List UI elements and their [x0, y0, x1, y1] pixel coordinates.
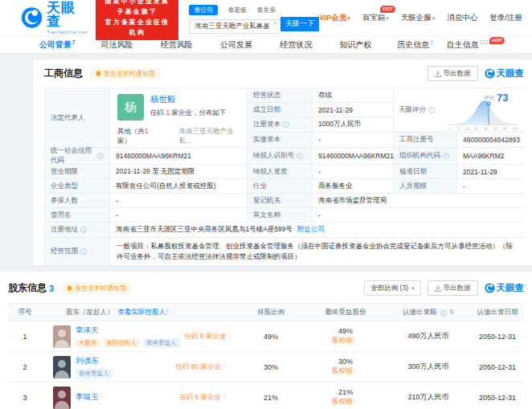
shareholders-count: 3	[49, 284, 54, 293]
shareholder-name-link[interactable]: 刘强东	[76, 356, 113, 366]
chevron-right-icon: 〉	[353, 366, 360, 374]
positions-link[interactable]: 任职 80 家企业 〉	[175, 362, 236, 372]
svg-text:0: 0	[448, 127, 451, 131]
top-header: 天眼查 TianYanCha.com 国家中小企业发展子基金旗下 官方备案企业征…	[0, 0, 532, 35]
chevron-right-icon: 〉	[223, 393, 231, 401]
menu-toolbox[interactable]: 百宝箱▾ HOT	[362, 13, 389, 23]
nearby-companies-link[interactable]: 附近公司	[297, 225, 325, 235]
tianyancha-watermark: 天眼查	[485, 282, 525, 294]
export-data-button[interactable]: 导出数据	[428, 66, 478, 81]
equity-chain-link[interactable]: 股权链〉	[332, 336, 359, 346]
col-ratio: 持股比例	[236, 308, 305, 317]
notify-change-badge[interactable]: 发生变更时通知我	[62, 282, 131, 294]
tianyancha-logo[interactable]: 天眼查 TianYanCha.com	[21, 1, 88, 35]
positions-link[interactable]: 任职 6 家企业 〉	[179, 393, 236, 403]
shareholder-photo	[53, 356, 71, 378]
tab-intellectual-property[interactable]: 知识产权	[325, 36, 385, 53]
shareholder-name-link[interactable]: 章泽天	[76, 325, 180, 336]
view-controller-link[interactable]: 查看实际控股人〉	[118, 308, 173, 317]
tab-company-background[interactable]: 公司背景7	[27, 36, 87, 53]
date-value: 2050-12-31	[471, 333, 524, 341]
benefit-value: 49%	[338, 327, 353, 335]
person-silhouette-icon	[53, 325, 71, 348]
tab-operation-risk[interactable]: 经营风险	[147, 36, 207, 53]
chevron-down-icon: ▾	[347, 15, 350, 21]
tab-company-development[interactable]: 公司发展	[207, 36, 266, 53]
export-data-button[interactable]: 导出数据	[428, 280, 478, 296]
menu-login-register[interactable]: 登录/注册	[489, 13, 522, 23]
sort-icon[interactable]: ⇅	[448, 309, 454, 316]
chevron-right-icon: 〉	[228, 332, 235, 340]
info-icon[interactable]	[443, 153, 449, 159]
tianyancha-eye-icon	[21, 6, 43, 29]
row-index: 3	[8, 394, 42, 402]
ratio-filter-select[interactable]: 全部比例 (3)▾	[364, 280, 420, 296]
field-value-company-type: 有限责任公司(自然人投资或控股)	[110, 179, 247, 193]
bell-icon	[67, 285, 72, 292]
table-row: 3 李瑞玉 任职 6 家企业 〉 21% 21% 股权链〉 210万人民币 20…	[8, 382, 524, 409]
positions-link[interactable]: 任职 9 家企业 〉	[185, 332, 242, 342]
field-label-business-term: 营业期限	[45, 165, 109, 178]
info-icon[interactable]	[80, 227, 87, 233]
menu-enterprise-service[interactable]: 天眼企服▾	[401, 13, 436, 23]
field-label-legal-rep: 法定代表人	[45, 88, 109, 147]
menu-message-center[interactable]: 消息中心	[447, 13, 477, 23]
field-value-staff-size: -	[457, 179, 526, 193]
info-icon[interactable]	[97, 153, 104, 159]
field-label-est-date: 成立日期	[248, 103, 312, 117]
field-label-industry: 行业	[248, 179, 312, 193]
search-input[interactable]	[189, 19, 280, 34]
field-value-status: 存续	[313, 88, 393, 102]
hot-badge: HOT	[489, 37, 505, 44]
search-tab-relation[interactable]: 查关系	[256, 6, 276, 14]
ratio-value: 21%	[236, 394, 305, 402]
chevron-down-icon: ▾	[411, 285, 415, 292]
tag-ultimate-beneficiary: 最终受益人	[76, 369, 113, 378]
tab-history-info[interactable]: 历史信息2	[386, 36, 445, 53]
chevron-down-icon: ▾	[432, 15, 436, 21]
search-button[interactable]: 天眼一下	[280, 17, 319, 31]
tab-judicial-risk[interactable]: 司法风险	[87, 36, 146, 53]
info-icon[interactable]	[80, 248, 87, 255]
equity-chain-link[interactable]: 股权链〉	[332, 397, 359, 407]
field-label-business-scope: 经营范围	[45, 238, 109, 265]
download-icon	[435, 285, 441, 292]
equity-chain-link[interactable]: 股权链〉	[332, 366, 359, 376]
tab-operation-status[interactable]: 经营状况	[266, 36, 325, 53]
field-label-reg-authority: 登记机关	[248, 194, 312, 207]
amount-value: 300万人民币	[386, 362, 471, 372]
table-row: 1 章泽天 大股东 实际控制人 最终受益人 任职 9 家企业 〉 49% 49%	[8, 321, 524, 352]
tag-major-shareholder: 大股东	[76, 338, 100, 348]
info-icon[interactable]	[283, 121, 289, 128]
info-icon[interactable]	[297, 153, 303, 159]
field-value-taxpayer-id: 91460000MAA96KRM21	[313, 148, 393, 164]
date-value: 2050-12-31	[471, 394, 524, 402]
field-value-credit-code: 91460000MAA96KRM21	[110, 148, 247, 164]
field-label-org-code: 组织机构代码	[394, 148, 456, 164]
tab-self-info[interactable]: 自主信息113 HOT	[445, 36, 505, 53]
other-companies-label: 其他（共1家）	[117, 127, 158, 146]
info-icon[interactable]	[440, 310, 447, 317]
legal-rep-name-link[interactable]: 杨世毅	[150, 94, 226, 105]
svg-text:73: 73	[497, 92, 508, 104]
menu-vip[interactable]: VIP会员▾	[319, 13, 350, 23]
search-tab-company[interactable]: 查公司	[189, 5, 218, 15]
ratio-value: 30%	[236, 363, 305, 371]
search-tab-boss[interactable]: 查老板	[227, 6, 247, 14]
notify-change-badge[interactable]: 发生变更时通知我	[91, 67, 160, 80]
chevron-down-icon: ▾	[386, 15, 389, 21]
field-label-status: 经营状态	[248, 88, 312, 102]
amount-value: 210万人民币	[386, 392, 471, 403]
col-amount: 认缴出资额 ⇅	[386, 308, 471, 317]
field-label-english-name: 英文名称	[248, 208, 312, 222]
clear-search-icon[interactable]: ×	[273, 19, 277, 27]
field-label-company-type: 企业类型	[45, 179, 109, 193]
amount-value: 490万人民币	[386, 331, 471, 342]
field-label-approval-date: 核准日期	[394, 165, 456, 178]
top-menu: VIP会员▾ 百宝箱▾ HOT 天眼企服▾ 消息中心 登录/注册	[319, 13, 532, 23]
shareholder-name-link[interactable]: 李瑞玉	[76, 392, 99, 403]
field-label-reg-capital: 注册资本	[248, 117, 312, 132]
avatar: 杨	[117, 94, 144, 121]
chevron-right-icon: 〉	[166, 308, 173, 316]
info-icon[interactable]	[428, 107, 435, 113]
